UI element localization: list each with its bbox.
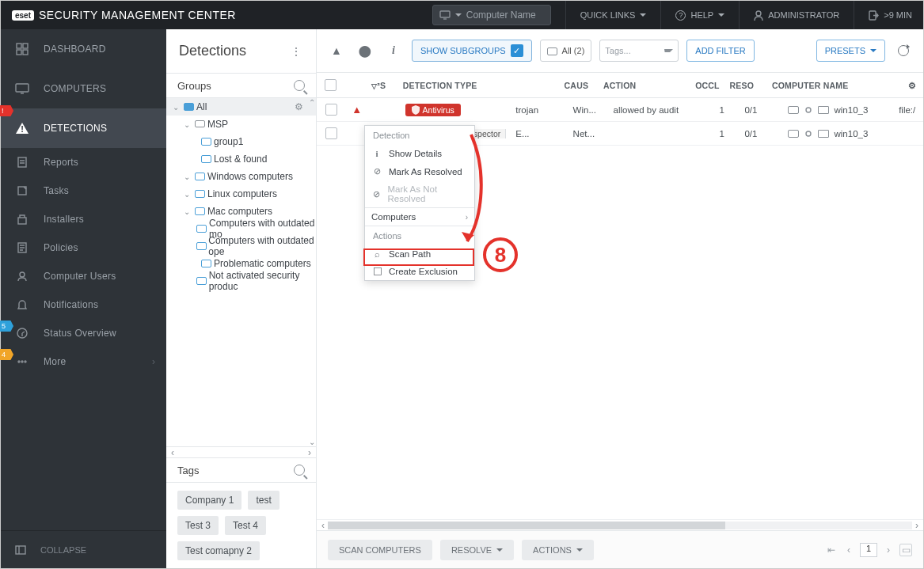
monitor-icon — [788, 106, 799, 114]
svg-point-17 — [25, 361, 26, 362]
tree-caret-icon[interactable]: ⌄ — [182, 207, 192, 216]
sidebar-item-computer-users[interactable]: Computer Users — [1, 262, 166, 290]
error-filter-icon[interactable]: ⬤ — [355, 40, 375, 61]
timeout-label: >9 MIN — [884, 10, 912, 20]
col-time[interactable]: ▽²S — [367, 81, 395, 90]
actions-button[interactable]: ACTIONS — [522, 540, 594, 560]
tree-row-all[interactable]: ⌄ All ⚙ — [166, 98, 316, 116]
col-cause[interactable]: CAUS — [560, 81, 599, 90]
session-timeout[interactable]: >9 MIN — [854, 1, 912, 29]
chevron-down-icon[interactable] — [664, 49, 673, 52]
sidebar: DASHBOARD COMPUTERS ! ! DETECTIONS Repor… — [1, 29, 166, 568]
column-settings-icon[interactable]: ⚙ — [902, 81, 923, 90]
tags-filter-input[interactable]: Tags... — [599, 40, 679, 62]
chevron-down-icon — [576, 548, 583, 552]
add-filter-button[interactable]: ADD FILTER — [686, 40, 754, 62]
tag-chip[interactable]: Test 3 — [177, 516, 219, 535]
tree-h-scroll[interactable]: ‹› — [166, 446, 316, 457]
sidebar-item-installers[interactable]: Installers — [1, 205, 166, 233]
sidebar-item-computers[interactable]: COMPUTERS — [1, 69, 166, 108]
sidebar-item-tasks[interactable]: Tasks — [1, 176, 166, 205]
sidebar-item-more[interactable]: 4 More › — [1, 347, 166, 376]
grid-h-scroll[interactable]: ‹› — [317, 519, 923, 530]
info-filter-icon[interactable]: i — [383, 40, 404, 61]
search-placeholder: Computer Name — [466, 9, 536, 21]
status-icon — [15, 326, 29, 340]
page-number-input[interactable]: 1 — [860, 543, 877, 557]
page-next-icon[interactable]: › — [882, 544, 895, 556]
search-icon[interactable] — [294, 80, 305, 91]
sidebar-item-detections[interactable]: ! ! DETECTIONS — [1, 108, 166, 148]
reports-icon — [15, 155, 29, 169]
chevron-down-icon — [870, 49, 876, 52]
refresh-button[interactable] — [893, 40, 914, 61]
col-computer-name[interactable]: COMPUTER NAME — [764, 81, 873, 90]
quick-links-menu[interactable]: QUICK LINKS — [565, 1, 647, 29]
table-row[interactable]: ▲ Antivirus trojan Win... allowed by aud… — [317, 98, 923, 122]
gear-icon[interactable]: ⚙ — [295, 101, 303, 112]
groups-tree: ⌄ All ⚙ ⌄ MSP group1 — [166, 98, 316, 446]
col-occurred[interactable]: OCCL — [690, 81, 724, 90]
computer-search-input[interactable]: Computer Name — [432, 5, 551, 25]
page-prev-icon[interactable]: ‹ — [842, 544, 855, 556]
sidebar-tasks-label: Tasks — [44, 185, 69, 196]
svg-rect-6 — [23, 50, 28, 55]
sidebar-item-policies[interactable]: Policies — [1, 233, 166, 262]
row-checkbox[interactable] — [325, 104, 337, 116]
tree-row-windows[interactable]: ⌄ Windows computers — [166, 168, 316, 185]
page-first-icon[interactable]: ⇤ — [825, 544, 838, 556]
tree-row-linux[interactable]: ⌄ Linux computers — [166, 185, 316, 203]
row-checkbox[interactable] — [325, 127, 337, 139]
menu-show-details[interactable]: iShow Details — [365, 145, 474, 162]
tag-chip[interactable]: Company 1 — [177, 491, 241, 510]
resolve-button[interactable]: RESOLVE — [440, 540, 514, 560]
sidebar-item-dashboard[interactable]: DASHBOARD — [1, 29, 166, 69]
sidebar-item-reports[interactable]: Reports — [1, 148, 166, 176]
presets-button[interactable]: PRESETS — [816, 40, 885, 62]
more-menu-icon[interactable]: ⋮ — [291, 45, 303, 58]
sidebar-item-status-overview[interactable]: 5 Status Overview — [1, 319, 166, 347]
help-menu[interactable]: ? HELP — [660, 1, 724, 29]
more-icon — [15, 355, 29, 369]
tag-chip[interactable]: Test comapny 2 — [177, 541, 260, 560]
warning-filter-icon[interactable]: ▲ — [326, 40, 347, 61]
tag-chip[interactable]: Test 4 — [225, 516, 266, 535]
col-detection-type[interactable]: DETECTION TYPE — [395, 81, 504, 90]
all-filter-button[interactable]: All (2) — [540, 40, 592, 62]
brand-badge: eset — [12, 10, 34, 21]
cell-cause: Win... — [568, 105, 609, 115]
shield-small-icon — [818, 130, 829, 138]
sidebar-item-notifications[interactable]: Notifications — [1, 290, 166, 319]
menu-mark-resolved[interactable]: ⊘Mark As Resolved — [365, 162, 474, 180]
sidebar-reports-label: Reports — [44, 157, 78, 168]
select-all-checkbox[interactable] — [325, 79, 337, 91]
col-action[interactable]: ACTION — [599, 81, 690, 90]
show-subgroups-button[interactable]: SHOW SUBGROUPS ✓ — [412, 40, 532, 62]
groups-label: Groups — [177, 80, 211, 92]
tree-caret-icon[interactable]: ⌄ — [182, 173, 192, 181]
tree-row-lost-found[interactable]: Lost & found — [166, 150, 316, 168]
tag-chip[interactable]: test — [248, 491, 279, 510]
scan-computers-button[interactable]: SCAN COMPUTERS — [328, 540, 432, 560]
sidebar-dashboard-label: DASHBOARD — [44, 44, 106, 55]
callout-number: 8 — [483, 237, 518, 272]
tree-row-outdated-ope[interactable]: Computers with outdated ope — [166, 237, 316, 255]
menu-scan-path[interactable]: ⌕Scan Path — [365, 245, 474, 263]
quick-links-label: QUICK LINKS — [580, 10, 636, 20]
tree-row-group1[interactable]: group1 — [166, 133, 316, 150]
search-icon[interactable] — [294, 465, 305, 476]
col-resolved[interactable]: RESO — [725, 81, 764, 90]
tree-caret-icon[interactable]: ⌄ — [182, 120, 192, 129]
menu-computers[interactable]: Computers› — [365, 208, 474, 226]
tree-scrollbar[interactable]: ⌃⌄ — [308, 98, 316, 446]
administrator-menu[interactable]: ADMINISTRATOR — [739, 1, 839, 29]
tree-caret-icon[interactable]: ⌄ — [171, 103, 181, 112]
tree-caret-icon[interactable]: ⌄ — [182, 190, 192, 199]
sidebar-collapse-button[interactable]: COLLAPSE — [1, 530, 166, 568]
menu-create-exclusion[interactable]: 🞎Create Exclusion — [365, 263, 474, 280]
tree-row-not-activated[interactable]: Not activated security produc — [166, 272, 316, 290]
context-menu-section-actions: Actions — [365, 226, 474, 245]
computers-icon — [15, 82, 29, 96]
page-size-icon[interactable]: ▭ — [899, 544, 912, 556]
tree-row-msp[interactable]: ⌄ MSP — [166, 116, 316, 133]
